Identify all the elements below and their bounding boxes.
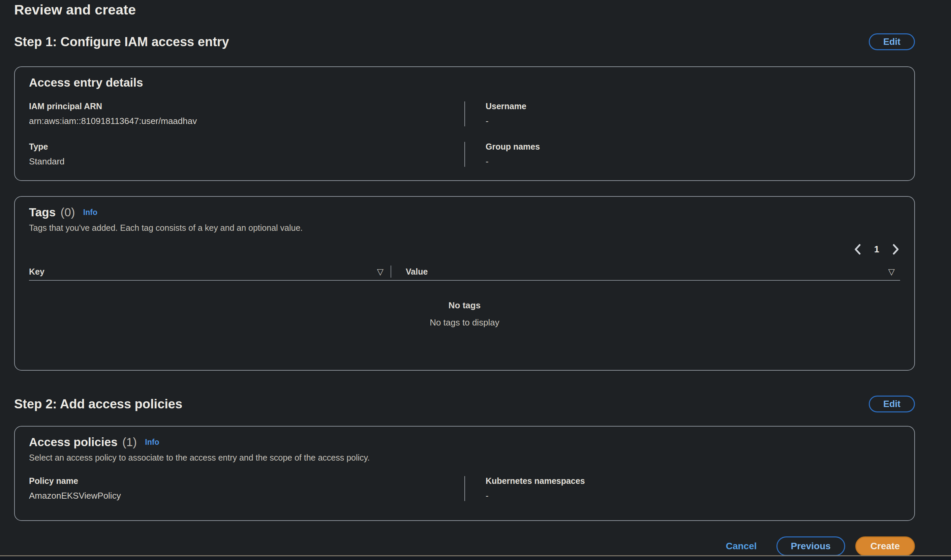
chevron-right-icon (892, 243, 900, 255)
page-title: Review and create (14, 2, 915, 18)
review-and-create-page: Review and create Step 1: Configure IAM … (0, 0, 951, 555)
field-value: Standard (29, 156, 465, 167)
field-value: - (486, 156, 900, 167)
access-entry-details-card: Access entry details IAM principal ARN a… (14, 66, 915, 181)
cancel-button[interactable]: Cancel (726, 541, 757, 552)
access-entry-details-heading: Access entry details (29, 76, 143, 89)
tags-info-link[interactable]: Info (83, 208, 97, 217)
pagination-next-button[interactable] (892, 243, 900, 255)
access-policies-fields: Policy name AmazonEKSViewPolicy Kubernet… (29, 476, 900, 501)
column-header-key[interactable]: Key ▽ (29, 267, 391, 277)
field-label: Kubernetes namespaces (486, 476, 900, 486)
sort-down-icon[interactable]: ▽ (888, 268, 895, 276)
step1-section-header: Step 1: Configure IAM access entry Edit (14, 33, 915, 50)
access-policies-heading: Access policies (29, 435, 118, 448)
previous-button[interactable]: Previous (776, 536, 845, 556)
empty-state-message: No tags to display (29, 317, 900, 328)
field-iam-principal-arn: IAM principal ARN arn:aws:iam::810918113… (29, 102, 465, 126)
tags-description: Tags that you've added. Each tag consist… (29, 223, 900, 233)
field-value: AmazonEKSViewPolicy (29, 491, 465, 501)
tags-pagination: 1 (29, 242, 900, 256)
tags-count: (0) (61, 206, 75, 218)
column-label-value: Value (406, 267, 428, 277)
field-value: arn:aws:iam::810918113647:user/maadhav (29, 116, 465, 126)
tags-table-header: Key ▽ Value ▽ (29, 263, 900, 281)
field-value: - (486, 116, 900, 126)
field-label: Username (486, 102, 900, 111)
field-value: - (486, 491, 900, 501)
access-policies-card: Access policies (1) Info Select an acces… (14, 426, 915, 521)
field-label: IAM principal ARN (29, 102, 465, 111)
step1-edit-button[interactable]: Edit (869, 33, 915, 50)
tags-heading-row: Tags (0) Info (29, 206, 900, 219)
access-policies-heading-row: Access policies (1) Info (29, 435, 900, 449)
access-policies-info-link[interactable]: Info (145, 438, 159, 446)
field-type: Type Standard (29, 142, 465, 167)
access-policies-description: Select an access policy to associate to … (29, 453, 900, 463)
chevron-left-icon (853, 243, 861, 255)
step2-edit-button[interactable]: Edit (869, 395, 915, 412)
tags-empty-state: No tags No tags to display (29, 300, 900, 328)
pagination-previous-button[interactable] (853, 243, 861, 255)
column-label-key: Key (29, 267, 45, 277)
viewport-bottom-edge (0, 555, 951, 560)
pagination-page-1[interactable]: 1 (874, 244, 879, 255)
tags-card: Tags (0) Info Tags that you've added. Ea… (14, 196, 915, 371)
tags-heading: Tags (29, 206, 55, 218)
field-group-names: Group names - (465, 142, 900, 167)
access-entry-details-fields: IAM principal ARN arn:aws:iam::810918113… (29, 102, 900, 167)
field-label: Group names (486, 142, 900, 152)
field-label: Type (29, 142, 465, 152)
field-kubernetes-namespaces: Kubernetes namespaces - (465, 476, 900, 501)
wizard-footer-actions: Cancel Previous Create (14, 536, 915, 556)
step2-section-header: Step 2: Add access policies Edit (14, 395, 915, 412)
column-header-value[interactable]: Value ▽ (391, 267, 900, 277)
field-label: Policy name (29, 476, 465, 486)
field-policy-name: Policy name AmazonEKSViewPolicy (29, 476, 465, 501)
step2-heading: Step 2: Add access policies (14, 397, 182, 411)
create-button[interactable]: Create (855, 536, 915, 556)
field-username: Username - (465, 102, 900, 126)
sort-down-icon[interactable]: ▽ (377, 268, 383, 276)
empty-state-title: No tags (29, 300, 900, 311)
access-policies-count: (1) (122, 435, 137, 448)
step1-heading: Step 1: Configure IAM access entry (14, 35, 229, 49)
